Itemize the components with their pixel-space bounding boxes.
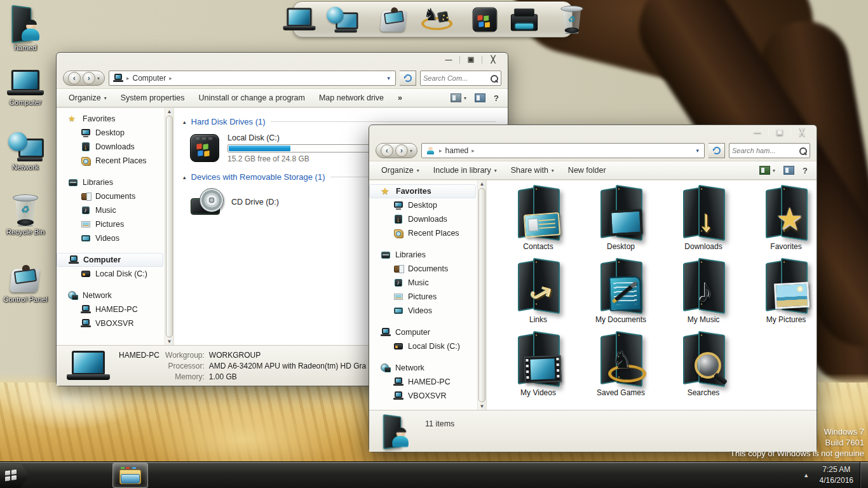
title-bar[interactable]: — ▣ ╳ bbox=[369, 125, 817, 140]
nav-history-icon[interactable]: ▾ bbox=[97, 76, 100, 81]
sidebar-item-computer[interactable]: Computer bbox=[57, 253, 163, 267]
maximize-button[interactable]: ▣ bbox=[465, 55, 477, 64]
sidebar-item-desktop[interactable]: Desktop bbox=[369, 198, 477, 212]
taskbar-explorer-button[interactable] bbox=[112, 463, 148, 488]
minimize-button[interactable]: — bbox=[443, 56, 454, 64]
sidebar-item-downloads[interactable]: Downloads bbox=[57, 140, 165, 154]
close-button[interactable]: ╳ bbox=[796, 128, 808, 136]
desktop-icon-recycle-bin[interactable]: Recycle Bin bbox=[1, 194, 50, 236]
folder-my-videos[interactable]: My Videos bbox=[497, 332, 580, 405]
search-input[interactable] bbox=[423, 74, 490, 82]
dock-item-computer[interactable] bbox=[281, 6, 318, 33]
toolbar-include-in-library[interactable]: Include in library▾ bbox=[426, 161, 504, 179]
toolbar-map-network-drive[interactable]: Map network drive bbox=[312, 89, 391, 107]
folder-favorites[interactable]: Favorites bbox=[745, 186, 817, 259]
desktop-icon-computer[interactable]: Computer bbox=[1, 70, 50, 106]
toolbar-system-properties[interactable]: System properties bbox=[114, 89, 192, 107]
toolbar-new-folder[interactable]: New folder bbox=[561, 161, 613, 179]
sidebar-item-hamed-pc[interactable]: HAMED-PC bbox=[57, 302, 165, 316]
sidebar-item-network[interactable]: Network bbox=[369, 361, 477, 375]
dock-item-games[interactable] bbox=[417, 4, 452, 35]
folder-saved-games[interactable]: Saved Games bbox=[580, 332, 662, 405]
sidebar-item-recent-places[interactable]: Recent Places bbox=[369, 226, 477, 240]
sidebar-item-local-disk-c[interactable]: Local Disk (C:) bbox=[57, 267, 165, 281]
refresh-button[interactable] bbox=[400, 71, 416, 86]
scroll-up-icon[interactable]: ▲ bbox=[167, 109, 172, 114]
sidebar-item-libraries[interactable]: Libraries bbox=[369, 248, 477, 262]
folder-downloads[interactable]: Downloads bbox=[662, 186, 745, 259]
folder-my-documents[interactable]: My Documents bbox=[580, 259, 662, 332]
change-view-button[interactable]: ▾ bbox=[451, 93, 466, 102]
refresh-button[interactable] bbox=[709, 143, 725, 158]
dock-item-control-panel[interactable] bbox=[377, 5, 411, 34]
group-expander-icon[interactable]: ▴ bbox=[183, 174, 186, 180]
taskbar-clock[interactable]: 7:25 AM 4/16/2016 bbox=[820, 464, 853, 485]
sidebar-item-vboxsvr[interactable]: VBOXSVR bbox=[369, 389, 477, 403]
forward-button[interactable]: › bbox=[395, 144, 408, 157]
group-expander-icon[interactable]: ▴ bbox=[183, 119, 186, 125]
address-bar[interactable]: ▸ Computer ▸ ▾ bbox=[109, 71, 396, 86]
folder-desktop[interactable]: Desktop bbox=[580, 186, 662, 259]
show-hidden-icons-button[interactable]: ▲ bbox=[799, 472, 813, 478]
maximize-button[interactable]: ▣ bbox=[774, 128, 785, 136]
breadcrumb-item[interactable]: Computer bbox=[133, 74, 166, 83]
address-dropdown-icon[interactable]: ▾ bbox=[386, 75, 391, 81]
sidebar-item-computer[interactable]: Computer bbox=[369, 325, 477, 339]
sidebar-item-documents[interactable]: Documents bbox=[369, 262, 477, 276]
back-button[interactable]: ‹ bbox=[68, 72, 81, 85]
sidebar-item-hamed-pc[interactable]: HAMED-PC bbox=[369, 375, 477, 389]
help-button[interactable]: ? bbox=[803, 166, 808, 175]
sidebar-item-documents[interactable]: Documents bbox=[57, 189, 165, 203]
toolbar-uninstall-or-change-a-program[interactable]: Uninstall or change a program bbox=[191, 89, 311, 107]
sidebar-item-network[interactable]: Network bbox=[57, 288, 165, 302]
desktop-icon-hamed[interactable]: hamed bbox=[1, 5, 50, 51]
toolbar-organize[interactable]: Organize▾ bbox=[62, 89, 114, 107]
dock-item-hard-disk[interactable] bbox=[469, 5, 501, 34]
scroll-down-icon[interactable]: ▼ bbox=[167, 339, 172, 344]
title-bar[interactable]: — ▣ ╳ bbox=[57, 53, 508, 68]
breadcrumb-item[interactable]: hamed bbox=[445, 146, 469, 155]
sidebar-item-favorites[interactable]: Favorites bbox=[369, 184, 476, 198]
sidebar-item-favorites[interactable]: Favorites bbox=[57, 112, 165, 126]
folder-contacts[interactable]: Contacts bbox=[497, 186, 580, 259]
address-bar[interactable]: ▸ hamed ▸ ▾ bbox=[421, 143, 705, 158]
back-button[interactable]: ‹ bbox=[381, 144, 393, 157]
nav-history-icon[interactable]: ▾ bbox=[410, 148, 412, 154]
scrollbar-thumb[interactable] bbox=[166, 116, 173, 337]
minimize-button[interactable]: — bbox=[752, 128, 763, 136]
search-input[interactable] bbox=[732, 147, 799, 154]
folder-searches[interactable]: Searches bbox=[662, 332, 745, 405]
toolbar-more-commands[interactable]: » bbox=[391, 89, 409, 107]
sidebar-item-music[interactable]: Music bbox=[57, 203, 165, 217]
help-button[interactable]: ? bbox=[494, 93, 499, 103]
start-button[interactable] bbox=[0, 463, 29, 488]
scrollbar-thumb[interactable] bbox=[478, 188, 485, 402]
desktop-icon-control-panel[interactable]: Control Panel bbox=[1, 264, 50, 303]
preview-pane-button[interactable] bbox=[475, 93, 485, 102]
sidebar-item-pictures[interactable]: Pictures bbox=[369, 290, 477, 304]
sidebar-item-videos[interactable]: Videos bbox=[369, 304, 477, 318]
sidebar-item-downloads[interactable]: Downloads bbox=[369, 212, 477, 226]
toolbar-share-with[interactable]: Share with▾ bbox=[504, 161, 561, 179]
address-dropdown-icon[interactable]: ▾ bbox=[695, 147, 700, 154]
sidebar-item-local-disk-c[interactable]: Local Disk (C:) bbox=[369, 339, 477, 353]
sidebar-item-desktop[interactable]: Desktop bbox=[57, 126, 165, 140]
scroll-up-icon[interactable]: ▲ bbox=[480, 181, 485, 187]
preview-pane-button[interactable] bbox=[783, 166, 794, 175]
dock-item-printer[interactable] bbox=[506, 6, 542, 34]
close-button[interactable]: ╳ bbox=[487, 55, 499, 64]
dock-item-recycle-bin[interactable] bbox=[559, 4, 585, 36]
scroll-down-icon[interactable]: ▼ bbox=[480, 403, 485, 409]
sidebar-item-pictures[interactable]: Pictures bbox=[57, 217, 165, 231]
sidebar-item-videos[interactable]: Videos bbox=[57, 231, 165, 245]
show-desktop-button[interactable] bbox=[860, 462, 868, 488]
forward-button[interactable]: › bbox=[83, 72, 95, 85]
folder-my-pictures[interactable]: My Pictures bbox=[745, 259, 817, 332]
sidebar-item-music[interactable]: Music bbox=[369, 276, 477, 290]
sidebar-item-vboxsvr[interactable]: VBOXSVR bbox=[57, 316, 165, 330]
sidebar-item-recent-places[interactable]: Recent Places bbox=[57, 154, 165, 168]
toolbar-organize[interactable]: Organize▾ bbox=[374, 161, 426, 179]
folder-links[interactable]: Links bbox=[497, 259, 580, 332]
dock-item-network[interactable] bbox=[323, 5, 360, 34]
folder-my-music[interactable]: My Music bbox=[662, 259, 745, 332]
